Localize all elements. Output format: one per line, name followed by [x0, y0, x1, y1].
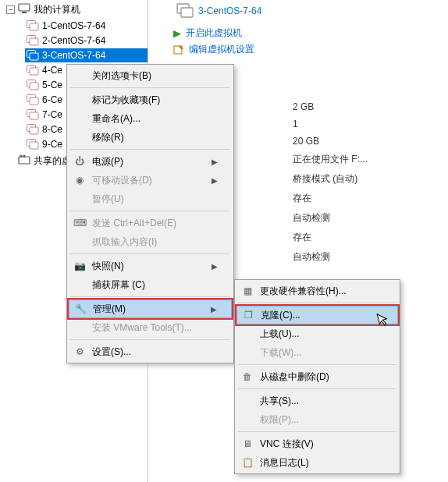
chevron-right-icon: ▶	[212, 176, 218, 185]
submenu-message-log[interactable]: 📋消息日志(L)	[236, 453, 398, 472]
submenu-share[interactable]: 共享(S)...	[236, 392, 398, 410]
svg-point-21	[20, 155, 23, 158]
spec-value: 自动检测	[293, 208, 368, 228]
svg-rect-13	[30, 97, 38, 105]
separator	[238, 364, 396, 365]
tree-item-vm[interactable]: 1-CentOS-7-64	[25, 19, 148, 33]
tree-item-vm-selected[interactable]: 3-CentOS-7-64	[25, 48, 148, 62]
spec-value: 20 GB	[293, 133, 368, 150]
separator	[70, 339, 230, 340]
svg-rect-11	[30, 83, 38, 90]
power-icon: ⏻	[72, 155, 87, 168]
submenu-vnc[interactable]: 🖥VNC 连接(V)	[236, 434, 398, 453]
play-icon: ▶	[173, 27, 181, 39]
svg-rect-9	[30, 68, 38, 75]
power-on-link[interactable]: ▶ 开启此虚拟机	[173, 25, 439, 41]
keyboard-icon: ⌨	[72, 217, 87, 229]
wrench-icon: 🔧	[73, 303, 88, 315]
tree-item-vm[interactable]: 2-CentOS-7-64	[25, 34, 148, 48]
chip-icon: ▦	[240, 285, 255, 297]
vm-detail-panel: 3-CentOS-7-64 ▶ 开启此虚拟机 编辑虚拟机设置	[148, 0, 448, 58]
edit-settings-link[interactable]: 编辑虚拟机设置	[173, 41, 439, 58]
spec-value: 正在使用文件 F:...	[293, 150, 368, 169]
chevron-right-icon: ▶	[212, 158, 218, 166]
tree-root-my-computer[interactable]: − 我的计算机	[6, 2, 148, 18]
separator	[70, 149, 230, 150]
menu-remove[interactable]: 移除(R)	[69, 128, 232, 147]
svg-rect-3	[30, 23, 38, 30]
separator	[70, 296, 230, 297]
menu-grab-input: 抓取输入内容(I)	[69, 232, 232, 251]
submenu-upload[interactable]: 上载(U)...	[236, 324, 398, 343]
submenu-permission: 权限(P)...	[236, 410, 398, 429]
chevron-right-icon: ▶	[211, 305, 217, 314]
spec-value: 桥接模式 (自动)	[293, 169, 368, 189]
separator	[70, 87, 230, 88]
delete-icon: 🗑	[240, 370, 255, 383]
vm-actions: ▶ 开启此虚拟机 编辑虚拟机设置	[173, 25, 439, 58]
chevron-right-icon: ▶	[212, 262, 218, 271]
menu-close-tab[interactable]: 关闭选项卡(B)	[69, 66, 232, 85]
svg-rect-20	[19, 157, 30, 164]
submenu-clone[interactable]: ❐克隆(C)...	[236, 306, 398, 324]
clone-icon: ❐	[240, 309, 256, 321]
svg-rect-1	[22, 12, 27, 13]
svg-rect-7	[30, 53, 38, 60]
svg-rect-15	[30, 112, 38, 119]
spec-value: 自动检测	[293, 247, 368, 267]
vm-large-icon	[176, 3, 194, 19]
spec-value: 1	[293, 115, 368, 133]
separator	[238, 431, 396, 432]
menu-rename[interactable]: 重命名(A)...	[69, 109, 232, 128]
submenu-delete-from-disk[interactable]: 🗑从磁盘中删除(D)	[236, 367, 398, 386]
vm-title: 3-CentOS-7-64	[176, 3, 439, 19]
menu-removable-devices: ◉可移动设备(D)▶	[69, 171, 232, 190]
edit-icon	[173, 44, 184, 55]
svg-rect-19	[30, 142, 38, 149]
monitor-icon	[18, 3, 30, 16]
submenu-hw-compat[interactable]: ▦更改硬件兼容性(H)...	[236, 282, 398, 300]
gear-icon: ⚙	[72, 346, 87, 358]
svg-point-22	[23, 155, 26, 158]
menu-pause: 暂停(U)	[69, 190, 232, 208]
svg-rect-24	[181, 8, 193, 17]
svg-rect-17	[30, 127, 38, 134]
tree-root-label: 我的计算机	[34, 3, 80, 16]
context-menu-vm: 关闭选项卡(B) 标记为收藏项(F) 重命名(A)... 移除(R) ⏻电源(P…	[66, 64, 234, 363]
menu-favorite[interactable]: 标记为收藏项(F)	[69, 90, 232, 109]
separator	[70, 211, 230, 211]
context-submenu-manage: ▦更改硬件兼容性(H)... ❐克隆(C)... 上载(U)... 下载(W).…	[234, 279, 400, 474]
vnc-icon: 🖥	[240, 438, 255, 450]
disk-icon: ◉	[72, 174, 87, 186]
spec-value: 存在	[293, 228, 368, 247]
svg-rect-5	[30, 38, 38, 45]
separator	[70, 253, 230, 254]
menu-install-vmtools: 安装 VMware Tools(T)...	[69, 318, 232, 337]
shared-icon	[18, 154, 30, 168]
menu-settings[interactable]: ⚙设置(S)...	[69, 342, 232, 361]
svg-rect-0	[19, 4, 30, 11]
tree-shared-label: 共享的虚	[34, 154, 71, 168]
menu-snapshot[interactable]: 📷快照(N)▶	[69, 257, 232, 275]
separator	[238, 303, 396, 303]
menu-send-cad: ⌨发送 Ctrl+Alt+Del(E)	[69, 214, 232, 232]
log-icon: 📋	[240, 456, 255, 469]
camera-icon: 📷	[72, 260, 87, 272]
menu-manage[interactable]: 🔧管理(M)▶	[69, 299, 232, 318]
spec-value: 存在	[293, 189, 368, 208]
spec-value: 2 GB	[293, 98, 368, 115]
tree-collapse-icon[interactable]: −	[6, 5, 15, 14]
menu-power[interactable]: ⏻电源(P)▶	[69, 152, 232, 171]
submenu-download: 下载(W)...	[236, 343, 398, 362]
separator	[238, 388, 396, 389]
vm-spec-list: 2 GB 1 20 GB 正在使用文件 F:... 桥接模式 (自动) 存在 自…	[293, 98, 368, 267]
menu-capture-screen[interactable]: 捕获屏幕 (C)	[69, 275, 232, 294]
